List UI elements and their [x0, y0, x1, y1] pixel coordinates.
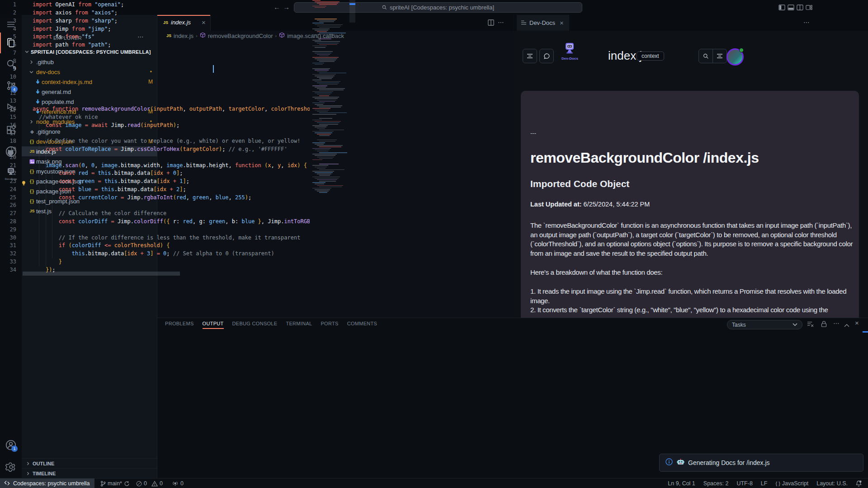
- lock-icon[interactable]: [821, 321, 827, 329]
- doc-paragraph: The `removeBackgroundColor` function is …: [530, 221, 853, 258]
- panel-tab-problems[interactable]: PROBLEMS: [165, 321, 194, 326]
- layout-indicator[interactable]: Layout: U.S.: [816, 480, 848, 487]
- doc-meta-value: 6/25/2024, 5:44:22 PM: [582, 201, 650, 208]
- frontmatter-dash: ---: [530, 130, 536, 136]
- doc-content: --- removeBackgroundColor /index.js Impo…: [521, 91, 859, 318]
- layout-icon[interactable]: [806, 4, 812, 11]
- panel-tab-comments[interactable]: COMMENTS: [347, 321, 377, 326]
- code-editor[interactable]: 1234567891011121314151617181920212223242…: [0, 0, 356, 277]
- chevron-down-icon: [793, 323, 797, 326]
- robot-emoji: [677, 459, 684, 467]
- split-editor-icon[interactable]: [797, 4, 803, 11]
- remote-indicator[interactable]: Codespaces: psychic umbrella: [0, 479, 94, 488]
- devdocs-webview: Dev-Docs index.js context --- removeBack…: [514, 31, 868, 318]
- text-cursor: [213, 65, 214, 73]
- bell-icon[interactable]: [856, 480, 862, 487]
- tab-close-icon[interactable]: ×: [560, 19, 564, 27]
- sync-icon: [124, 481, 130, 487]
- info-icon: [665, 458, 673, 467]
- search-icon: [382, 5, 387, 10]
- status-dot: [739, 48, 744, 52]
- remote-label: Codespaces: psychic umbrella: [13, 480, 90, 487]
- panel-tab-output[interactable]: OUTPUT: [203, 321, 224, 326]
- line-col-indicator[interactable]: Ln 9, Col 1: [668, 480, 695, 487]
- close-panel-icon[interactable]: ×: [855, 319, 859, 327]
- outline-section[interactable]: OUTLINE: [22, 458, 157, 468]
- warnings-icon: [151, 481, 158, 487]
- split-editor-action-icon[interactable]: [488, 19, 494, 28]
- language-indicator[interactable]: { }JavaScript: [775, 480, 808, 487]
- bottom-panel: PROBLEMSOUTPUTDEBUG CONSOLETERMINALPORTS…: [157, 318, 868, 478]
- eol-indicator[interactable]: LF: [761, 480, 768, 487]
- panel-tabs: PROBLEMSOUTPUTDEBUG CONSOLETERMINALPORTS…: [165, 318, 377, 329]
- notification-text: Generating Docs for /index.js: [688, 459, 770, 466]
- remote-icon: [4, 480, 10, 487]
- notification-toast[interactable]: Generating Docs for /index.js: [659, 454, 863, 472]
- tasks-dropdown[interactable]: Tasks: [727, 320, 802, 329]
- doc-paragraph: 1. It reads the input image using the `J…: [530, 287, 846, 315]
- panel-tab-debug-console[interactable]: DEBUG CONSOLE: [232, 321, 278, 326]
- doc-meta-label: Last Updated at:: [530, 201, 582, 208]
- editor-more-actions-icon[interactable]: ⋯: [498, 19, 504, 26]
- doc-subheading: Imported Code Object: [530, 178, 629, 189]
- devdocs-logo-label: Dev-Docs: [561, 56, 578, 61]
- accounts-icon[interactable]: 1: [0, 439, 22, 451]
- settings-gear-icon[interactable]: [0, 461, 22, 473]
- list-icon: [521, 19, 527, 27]
- chat-button[interactable]: [539, 49, 554, 63]
- tab-devdocs[interactable]: Dev-Docs ×: [517, 15, 569, 31]
- lightbulb-icon[interactable]: [21, 180, 27, 188]
- devdocs-tabs: Dev-Docs × ⋯: [514, 15, 868, 31]
- clear-output-icon[interactable]: [807, 321, 814, 329]
- panel-tab-ports[interactable]: PORTS: [321, 321, 338, 326]
- timeline-section[interactable]: TIMELINE: [22, 468, 157, 478]
- maximize-panel-icon[interactable]: [844, 321, 849, 329]
- doc-paragraph: Here's a breakdown of what the function …: [530, 268, 662, 277]
- context-badge: context: [637, 52, 664, 61]
- avatar[interactable]: [726, 48, 744, 66]
- ports-indicator[interactable]: 0: [172, 480, 184, 487]
- panel-tab-terminal[interactable]: TERMINAL: [286, 321, 312, 326]
- broadcast-icon: [172, 481, 179, 486]
- status-bar: Codespaces: psychic umbrella main* 0 0 0…: [0, 478, 868, 488]
- accounts-badge: 1: [11, 446, 18, 452]
- doc-heading: removeBackgroundColor /index.js: [530, 150, 759, 166]
- branch-indicator[interactable]: main*: [100, 480, 130, 487]
- doc-menu-button[interactable]: [712, 49, 727, 63]
- editor-scrollbar[interactable]: [349, 0, 355, 277]
- outline-list-button[interactable]: [523, 49, 537, 63]
- scroll-indicator: [863, 331, 868, 333]
- doc-search-button[interactable]: [698, 49, 713, 63]
- encoding-indicator[interactable]: UTF-8: [736, 480, 752, 487]
- minimap[interactable]: [310, 0, 349, 277]
- devdocs-logo: Dev-Docs: [561, 42, 578, 61]
- errors-icon: [136, 481, 142, 487]
- horizontal-scrollbar[interactable]: [23, 272, 180, 276]
- devdocs-more-actions-icon[interactable]: ⋯: [803, 19, 810, 26]
- command-center-label: spriteAI [Codespaces: psychic umbrella]: [390, 4, 494, 11]
- problems-indicator[interactable]: 0 0: [136, 480, 163, 487]
- indentation-indicator[interactable]: Spaces: 2: [703, 480, 729, 487]
- panel-more-icon[interactable]: ⋯: [833, 319, 840, 327]
- toggle-panel-icon[interactable]: [788, 4, 794, 11]
- toggle-sidebar-icon[interactable]: [778, 4, 785, 11]
- git-branch-icon: [100, 481, 106, 487]
